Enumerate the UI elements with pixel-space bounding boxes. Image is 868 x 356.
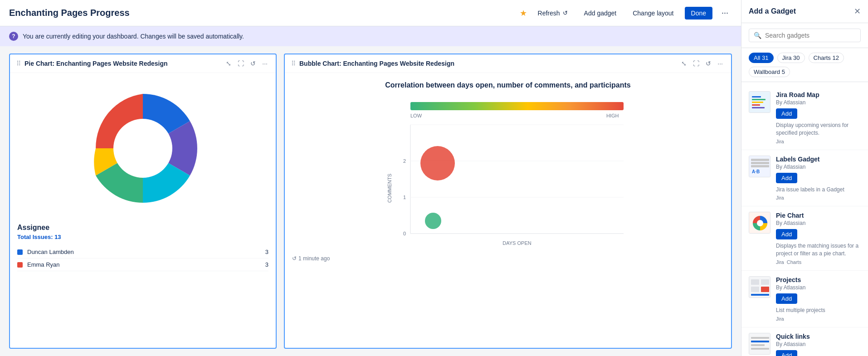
bubble-chart-header: ⠿ Bubble Chart: Enchanting Pages Website… [285, 54, 731, 73]
gadget-by-quicklinks: By Atlassian [776, 341, 861, 347]
star-icon[interactable]: ★ [520, 8, 527, 18]
expand-icon[interactable]: ⛶ [691, 59, 701, 68]
refresh-button[interactable]: Refresh ↺ [532, 7, 573, 20]
svg-text:1: 1 [403, 195, 406, 200]
svg-rect-38 [751, 341, 769, 342]
filter-tabs: All 31 Jira 30 Charts 12 Wallboard 5 [741, 48, 868, 82]
gadget-info-projects: Projects By Atlassian Add List multiple … [776, 276, 861, 322]
gadget-tag: Jira [776, 195, 784, 200]
svg-rect-34 [761, 287, 769, 292]
svg-rect-33 [751, 287, 759, 292]
svg-point-29 [757, 220, 763, 226]
expand-icon[interactable]: ⛶ [236, 59, 246, 68]
svg-rect-36 [749, 333, 770, 355]
gadget-tag: Jira [776, 316, 784, 322]
tab-wallboard[interactable]: Wallboard 5 [749, 67, 790, 77]
bubble-chart-title: Bubble Chart: Enchanting Pages Website R… [299, 60, 676, 67]
add-quicklinks-button[interactable]: Add [776, 350, 797, 356]
right-panel: Add a Gadget ✕ 🔍 All 31 Jira 30 Charts 1… [741, 0, 868, 356]
legend-title: Assignee [17, 224, 268, 232]
pie-chart-content [10, 73, 276, 224]
svg-rect-20 [752, 104, 760, 106]
panel-title: Add a Gadget [749, 7, 854, 15]
svg-text:A·B: A·B [752, 169, 760, 174]
info-banner: ? You are currently editing your dashboa… [0, 26, 741, 46]
legend-name-duncan: Duncan Lambden [27, 249, 265, 255]
legend-count-duncan: 3 [265, 249, 268, 255]
tab-jira[interactable]: Jira 30 [777, 53, 805, 63]
svg-rect-25 [751, 165, 769, 167]
gadget-tags-labels: Jira [776, 195, 861, 200]
gadget-by-projects: By Atlassian [776, 284, 861, 291]
svg-point-14 [420, 146, 455, 180]
gadget-name-roadmap: Jira Road Map [776, 91, 861, 98]
gadget-info-piechart: Pie Chart By Atlassian Add Displays the … [776, 212, 861, 265]
gadget-thumb-projects [749, 276, 770, 298]
gadget-tag: Jira [776, 259, 784, 265]
refresh-icon: ↺ [563, 10, 568, 16]
pie-chart-actions: ⤡ ⛶ ↺ ··· [224, 59, 269, 68]
svg-point-15 [425, 213, 441, 229]
change-layout-label: Change layout [633, 10, 673, 17]
pie-chart-title: Pie Chart: Enchanting Pages Website Rede… [24, 60, 220, 67]
add-gadget-button[interactable]: Add gadget [579, 7, 622, 20]
svg-rect-35 [751, 294, 769, 296]
more-options-button[interactable]: ··· [718, 5, 732, 20]
list-item: Emma Ryan 3 [17, 258, 268, 271]
refresh-widget-icon[interactable]: ↺ [249, 59, 258, 68]
add-gadget-label: Add gadget [584, 10, 617, 17]
legend-count-emma: 3 [265, 261, 268, 268]
add-roadmap-button[interactable]: Add [776, 108, 797, 119]
tab-all[interactable]: All 31 [749, 53, 774, 63]
svg-rect-19 [752, 102, 763, 103]
refresh-label: Refresh [538, 10, 560, 17]
add-labels-button[interactable]: Add [776, 173, 797, 183]
svg-rect-39 [751, 344, 765, 346]
svg-rect-17 [752, 96, 761, 98]
collapse-icon[interactable]: ⤡ [679, 59, 688, 68]
svg-text:LOW: LOW [410, 113, 422, 118]
gadget-by-piechart: By Atlassian [776, 220, 861, 226]
pie-chart-legend: Assignee Total Issues: 13 Duncan Lambden… [10, 224, 276, 275]
info-icon: ? [9, 32, 18, 41]
gadget-by-roadmap: By Atlassian [776, 99, 861, 106]
search-input-wrapper[interactable]: 🔍 [749, 29, 861, 42]
change-layout-button[interactable]: Change layout [627, 7, 679, 20]
gadget-desc-roadmap: Display upcoming versions for specified … [776, 122, 861, 137]
bubble-chart-chart-title: Correlation between days open, number of… [292, 80, 724, 90]
refresh-widget-icon[interactable]: ↺ [704, 59, 713, 68]
svg-text:HIGH: HIGH [606, 113, 619, 118]
bubble-chart-widget: ⠿ Bubble Chart: Enchanting Pages Website… [284, 54, 732, 349]
widget-more-icon[interactable]: ··· [260, 59, 269, 68]
gadget-tags-projects: Jira [776, 316, 861, 322]
gadget-desc-labels: Jira issue labels in a Gadget [776, 186, 861, 194]
gadget-name-projects: Projects [776, 276, 861, 283]
add-projects-button[interactable]: Add [776, 293, 797, 304]
gadget-tags-roadmap: Jira [776, 139, 861, 144]
drag-handle-icon[interactable]: ⠿ [291, 60, 296, 67]
drag-handle-icon[interactable]: ⠿ [16, 60, 21, 67]
svg-rect-37 [751, 337, 769, 339]
list-item: Pie Chart By Atlassian Add Displays the … [741, 206, 868, 271]
gadget-thumb-roadmap [749, 91, 770, 113]
done-button[interactable]: Done [685, 7, 712, 20]
svg-rect-40 [751, 348, 769, 350]
gadget-list: Jira Road Map By Atlassian Add Display u… [741, 82, 868, 356]
gadget-thumb-piechart [749, 212, 770, 234]
legend-name-emma: Emma Ryan [27, 261, 265, 268]
collapse-icon[interactable]: ⤡ [224, 59, 233, 68]
gadget-thumb-labels: A·B [749, 156, 770, 177]
svg-text:0: 0 [403, 231, 406, 236]
legend-subtitle: Total Issues: 13 [17, 234, 268, 240]
widget-more-icon[interactable]: ··· [716, 59, 725, 68]
tab-charts[interactable]: Charts 12 [809, 53, 844, 63]
search-input[interactable] [765, 32, 856, 39]
close-panel-button[interactable]: ✕ [854, 6, 861, 16]
svg-rect-21 [752, 107, 765, 108]
svg-point-0 [113, 119, 172, 178]
gadget-by-labels: By Atlassian [776, 164, 861, 170]
svg-rect-18 [752, 99, 766, 100]
add-piechart-button[interactable]: Add [776, 229, 797, 239]
svg-rect-32 [761, 279, 769, 285]
list-item: A·B Labels Gadget By Atlassian Add Jira … [741, 150, 868, 207]
